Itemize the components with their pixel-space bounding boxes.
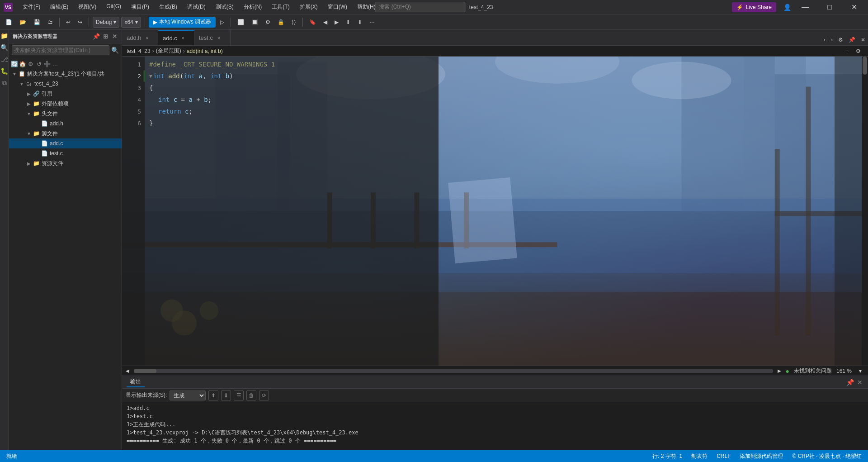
breadcrumb-scope[interactable]: (全局范围) bbox=[156, 47, 181, 55]
debug-config-dropdown[interactable]: Debug ▾ bbox=[93, 17, 119, 28]
output-tool-btn2[interactable]: ⬇ bbox=[221, 391, 231, 400]
tab-addc[interactable]: add.c × bbox=[158, 30, 194, 45]
menu-analyze[interactable]: 分析(N) bbox=[239, 1, 267, 13]
output-close-icon[interactable]: ✕ bbox=[856, 379, 863, 386]
minimize-button[interactable]: — bbox=[795, 0, 816, 14]
tree-testc[interactable]: 📄 test.c bbox=[9, 148, 122, 158]
tab-pin[interactable]: 📌 bbox=[846, 34, 858, 45]
menu-project[interactable]: 项目(P) bbox=[127, 1, 154, 13]
status-line-ending[interactable]: CRLF bbox=[715, 453, 732, 459]
toolbar-btn1[interactable]: ⬜ bbox=[235, 17, 247, 28]
menu-git[interactable]: Git(G) bbox=[102, 1, 126, 13]
search-box[interactable]: 搜索 (Ctrl+Q) bbox=[375, 2, 465, 12]
scroll-right-btn[interactable]: ▶ bbox=[778, 366, 781, 376]
breadcrumb-file[interactable]: test_4_23 bbox=[127, 48, 151, 54]
output-content[interactable]: 1>add.c 1>test.c 1>正在生成代码... 1>test_4_23… bbox=[122, 402, 868, 450]
zoom-level[interactable]: 161 % bbox=[836, 368, 852, 374]
menu-file[interactable]: 文件(F) bbox=[18, 1, 45, 13]
output-tool-btn3[interactable]: ☰ bbox=[234, 391, 244, 400]
status-encoding[interactable]: 制表符 bbox=[689, 452, 709, 460]
save-all-btn[interactable]: 🗂 bbox=[45, 17, 56, 28]
menu-window[interactable]: 窗口(W) bbox=[323, 1, 352, 13]
toolbar-btn5[interactable]: ⟩⟩ bbox=[289, 17, 299, 28]
extensions-icon[interactable]: ⧉ bbox=[0, 79, 9, 87]
tree-addc[interactable]: 📄 add.c bbox=[9, 138, 122, 148]
maximize-button[interactable]: □ bbox=[819, 0, 840, 14]
status-source-control[interactable]: 添加到源代码管理 bbox=[738, 452, 785, 460]
nav-back-btn[interactable]: ◀ bbox=[321, 17, 330, 28]
redo-btn[interactable]: ↪ bbox=[75, 17, 85, 28]
editor-settings-btn[interactable]: ⚙ bbox=[853, 46, 863, 57]
tab-scroll-right[interactable]: › bbox=[828, 34, 835, 45]
output-tool-btn4[interactable]: 🗑 bbox=[246, 391, 256, 400]
search-go-icon[interactable]: 🔍 bbox=[111, 47, 119, 54]
nav-up-btn[interactable]: ⬆ bbox=[343, 17, 353, 28]
tree-more-icon[interactable]: … bbox=[52, 60, 59, 67]
pin-icon[interactable]: 📌 bbox=[93, 33, 100, 40]
code-lines[interactable]: #define _CRT_SECURE_NO_WARNINGS 1 ▼ int … bbox=[145, 57, 439, 131]
tree-references[interactable]: ▶ 🔗 引用 bbox=[9, 89, 122, 99]
editor-content[interactable]: 1 2 3 4 5 6 #define _CRT_SECURE_NO_WARNI… bbox=[122, 57, 868, 366]
menu-view[interactable]: 视图(V) bbox=[74, 1, 101, 13]
menu-build[interactable]: 生成(B) bbox=[155, 1, 182, 13]
tree-sync-icon[interactable]: 🔄 bbox=[11, 60, 18, 67]
nav-forward-btn[interactable]: ▶ bbox=[332, 17, 341, 28]
tab-scroll-left[interactable]: ‹ bbox=[821, 34, 828, 45]
bottom-scrollbar[interactable] bbox=[134, 369, 773, 373]
start-btn[interactable]: ▷ bbox=[217, 17, 227, 28]
tree-add-icon[interactable]: ➕ bbox=[43, 60, 51, 67]
output-tab-output[interactable]: 输出 bbox=[127, 377, 145, 387]
search-input[interactable] bbox=[12, 45, 109, 55]
tree-addh[interactable]: 📄 add.h bbox=[9, 119, 122, 129]
tab-settings[interactable]: ⚙ bbox=[835, 34, 846, 45]
breadcrumb-symbol[interactable]: add(int a, int b) bbox=[187, 48, 223, 54]
zoom-dropdown[interactable]: ▾ bbox=[856, 366, 864, 376]
tab-close-btn[interactable]: ✕ bbox=[858, 34, 868, 45]
status-position[interactable]: 行: 2 字符: 1 bbox=[651, 452, 684, 460]
close-button[interactable]: ✕ bbox=[844, 0, 864, 14]
menu-test[interactable]: 测试(S) bbox=[211, 1, 238, 13]
editor-scrollbar[interactable] bbox=[862, 57, 868, 366]
tree-source-folder[interactable]: ▼ 📁 源文件 bbox=[9, 129, 122, 138]
menu-debug[interactable]: 调试(D) bbox=[183, 1, 210, 13]
run-btn[interactable]: ▶ 本地 Windows 调试器 bbox=[149, 17, 216, 28]
toolbar-btn3[interactable]: ⚙ bbox=[263, 17, 273, 28]
collapse-arrow[interactable]: ▼ bbox=[149, 73, 152, 79]
tab-addc-close[interactable]: × bbox=[180, 35, 186, 41]
debug-icon[interactable]: 🐛 bbox=[0, 67, 9, 75]
tab-addh[interactable]: add.h × bbox=[122, 30, 158, 45]
more-btn[interactable]: ⋯ bbox=[367, 17, 377, 28]
menu-tools[interactable]: 工具(T) bbox=[267, 1, 294, 13]
output-pin-icon[interactable]: 📌 bbox=[846, 379, 854, 386]
tab-testc-close[interactable]: × bbox=[216, 35, 222, 41]
bookmark-btn[interactable]: 🔖 bbox=[307, 17, 319, 28]
toolbar-btn2[interactable]: 🔲 bbox=[249, 17, 261, 28]
git-icon[interactable]: ⎇ bbox=[0, 55, 9, 63]
output-tool-btn5[interactable]: ⟳ bbox=[259, 391, 269, 400]
scroll-left-btn[interactable]: ◀ bbox=[126, 366, 129, 376]
toolbar-btn4[interactable]: 🔒 bbox=[275, 17, 287, 28]
tree-refresh-icon[interactable]: ↺ bbox=[35, 60, 42, 67]
arch-dropdown[interactable]: x64 ▾ bbox=[121, 17, 141, 28]
editor-expand-btn[interactable]: + bbox=[843, 46, 851, 57]
tree-project[interactable]: ▼ 🗂 test_4_23 bbox=[9, 79, 122, 89]
close-sidebar-icon[interactable]: ✕ bbox=[111, 33, 118, 40]
tree-home-icon[interactable]: 🏠 bbox=[19, 60, 26, 67]
output-tool-btn1[interactable]: ⬆ bbox=[208, 391, 218, 400]
open-btn[interactable]: 📂 bbox=[17, 17, 29, 28]
tab-addh-close[interactable]: × bbox=[144, 35, 151, 41]
status-ready[interactable]: 就绪 bbox=[5, 452, 19, 460]
tree-solution[interactable]: ▼ 📋 解决方案'test_4_23'(1 个项目/共 bbox=[9, 69, 122, 79]
nav-down-btn[interactable]: ⬇ bbox=[355, 17, 365, 28]
save-btn[interactable]: 💾 bbox=[31, 17, 43, 28]
live-share-button[interactable]: ⚡ Live Share bbox=[732, 2, 776, 12]
search-icon[interactable]: 🔍 bbox=[0, 43, 9, 52]
menu-edit[interactable]: 编辑(E) bbox=[46, 1, 73, 13]
explorer-icon[interactable]: 📁 bbox=[0, 32, 9, 40]
split-icon[interactable]: ⊞ bbox=[102, 33, 109, 40]
tree-headers-folder[interactable]: ▼ 📁 头文件 bbox=[9, 109, 122, 119]
undo-btn[interactable]: ↩ bbox=[63, 17, 73, 28]
tab-testc[interactable]: test.c × bbox=[194, 30, 231, 45]
menu-extensions[interactable]: 扩展(X) bbox=[295, 1, 322, 13]
new-file-btn[interactable]: 📄 bbox=[3, 17, 15, 28]
